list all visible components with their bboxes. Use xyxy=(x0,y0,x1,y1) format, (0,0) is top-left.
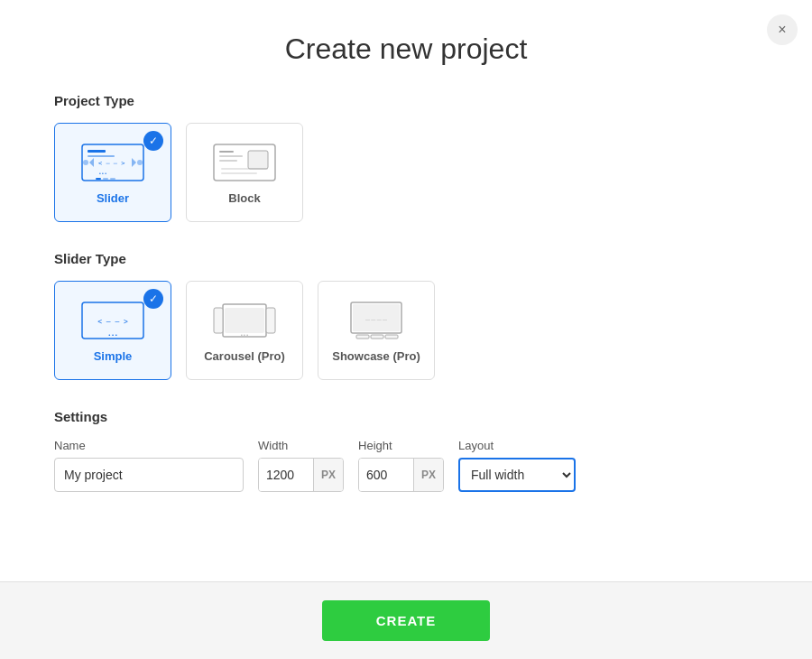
svg-point-4 xyxy=(137,160,143,165)
showcase-label: Showcase (Pro) xyxy=(332,349,420,363)
svg-rect-23 xyxy=(225,308,264,333)
svg-rect-15 xyxy=(221,168,268,170)
name-field-group: Name xyxy=(54,439,244,492)
svg-rect-27 xyxy=(356,335,369,339)
svg-rect-14 xyxy=(248,151,268,169)
layout-field-group: Layout Full width Fixed width Responsive xyxy=(458,439,576,492)
settings-label: Settings xyxy=(54,409,758,424)
slider-type-carousel[interactable]: • • • Carousel (Pro) xyxy=(186,281,303,380)
height-unit: PX xyxy=(413,459,443,491)
svg-point-3 xyxy=(83,160,88,165)
svg-rect-1 xyxy=(88,150,106,153)
width-input-wrapper: PX xyxy=(258,458,344,492)
height-input-wrapper: PX xyxy=(358,458,444,492)
layout-label: Layout xyxy=(458,439,576,452)
create-button[interactable]: CREATE xyxy=(322,600,491,641)
settings-section: Settings Name Width PX Height xyxy=(54,409,758,492)
svg-rect-28 xyxy=(371,335,383,339)
svg-text:• • •: • • • xyxy=(99,171,106,176)
svg-rect-29 xyxy=(385,335,398,339)
layout-select[interactable]: Full width Fixed width Responsive xyxy=(458,458,576,492)
carousel-label: Carousel (Pro) xyxy=(204,349,285,363)
svg-rect-21 xyxy=(214,308,223,333)
modal-body: Create new project Project Type ✓ xyxy=(0,0,812,581)
showcase-icon: — — — — xyxy=(344,299,409,342)
simple-icon: < — — > • • • xyxy=(80,299,145,342)
slider-icon: < — — > • • • xyxy=(80,141,145,184)
project-type-label: Project Type xyxy=(54,93,758,108)
modal-footer: CREATE xyxy=(0,581,812,659)
selected-check-icon: ✓ xyxy=(143,131,163,151)
block-type-label: Block xyxy=(228,191,260,205)
width-input[interactable] xyxy=(259,459,313,491)
close-button[interactable]: × xyxy=(767,14,798,45)
svg-rect-16 xyxy=(221,172,257,174)
height-input[interactable] xyxy=(359,459,413,491)
slider-type-label: Slider Type xyxy=(54,251,758,266)
svg-rect-13 xyxy=(219,160,237,162)
height-field-group: Height PX xyxy=(358,439,444,492)
carousel-icon: • • • xyxy=(212,299,277,342)
create-project-modal: × Create new project Project Type ✓ xyxy=(0,0,812,659)
svg-rect-11 xyxy=(219,151,234,153)
name-label: Name xyxy=(54,439,244,452)
settings-row: Name Width PX Height PX xyxy=(54,439,758,492)
page-title: Create new project xyxy=(54,32,758,66)
slider-type-label: Slider xyxy=(97,191,129,205)
width-field-group: Width PX xyxy=(258,439,344,492)
project-type-grid: ✓ < — — > • • • Slider xyxy=(54,123,758,222)
svg-rect-12 xyxy=(219,155,243,157)
block-icon xyxy=(212,141,277,184)
slider-type-showcase[interactable]: — — — — Showcase (Pro) xyxy=(318,281,435,380)
project-type-block[interactable]: Block xyxy=(186,123,303,222)
svg-text:• • •: • • • xyxy=(241,332,248,338)
simple-label: Simple xyxy=(94,349,133,363)
height-label: Height xyxy=(358,439,444,452)
slider-type-simple[interactable]: ✓ < — — > • • • Simple xyxy=(54,281,171,380)
svg-rect-22 xyxy=(266,308,275,333)
slider-type-grid: ✓ < — — > • • • Simple • • • Carousel (P… xyxy=(54,281,758,380)
width-unit: PX xyxy=(313,459,343,491)
project-type-slider[interactable]: ✓ < — — > • • • Slider xyxy=(54,123,171,222)
svg-rect-2 xyxy=(88,155,115,157)
width-label: Width xyxy=(258,439,344,452)
svg-text:< — — >: < — — > xyxy=(97,318,128,326)
name-input[interactable] xyxy=(54,458,244,492)
svg-text:— — — —: — — — — xyxy=(365,317,387,322)
svg-text:< — — >: < — — > xyxy=(98,160,125,167)
svg-text:• • •: • • • xyxy=(108,332,117,338)
simple-selected-check-icon: ✓ xyxy=(143,289,163,309)
